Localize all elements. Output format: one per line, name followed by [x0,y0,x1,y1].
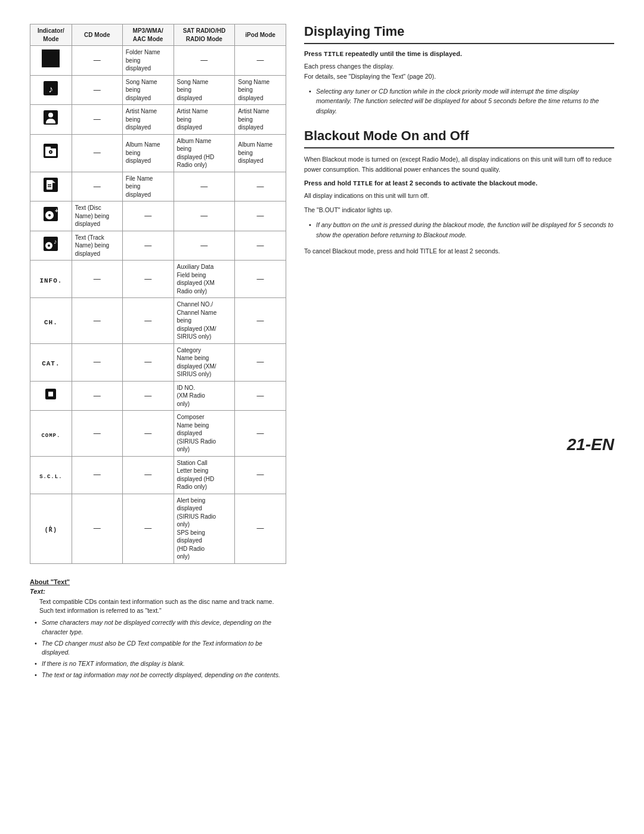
sat-cell: — [174,46,235,76]
icon-cell: (Ṙ) [30,494,72,563]
cd-cell: — [72,46,122,76]
ipod-cell: — [235,381,286,411]
svg-text:+: + [55,207,58,214]
icon-cell [30,172,72,201]
blackout-para2: The "B.OUT" indicator lights up. [304,205,614,215]
table-row: ♪ — Song Namebeingdisplayed Song Namebei… [30,75,286,105]
scl-label-icon: S.C.L. [39,474,62,480]
icon-cell [30,134,72,172]
mp3-cell: — [122,381,174,411]
ipod-cell: — [235,172,286,201]
list-item: Some characters may not be displayed cor… [35,618,286,637]
sat-cell: Channel NO./Channel Namebeingdisplayed (… [174,298,235,344]
indicator-table: Indicator/Mode CD Mode MP3/WMA/AAC Mode … [30,24,286,564]
about-text-bullets: Some characters may not be displayed cor… [35,618,286,680]
text-body: Text compatible CDs contain text informa… [39,597,286,616]
cd-cell: — [72,172,122,201]
sat-cell: Song Namebeingdisplayed [174,75,235,105]
mp3-cell: Artist Namebeingdisplayed [122,105,174,135]
mp3-cell: — [122,201,174,231]
cd-cell: — [72,494,122,563]
mp3-cell: — [122,231,174,261]
ipod-cell: — [235,456,286,494]
list-item: If there is no TEXT information, the dis… [35,659,286,669]
cd-cell: — [72,105,122,135]
ch-label-icon: CH. [44,319,58,326]
ipod-cell: Song Namebeingdisplayed [235,75,286,105]
cd-cell: — [72,411,122,457]
ipod-cell: — [235,343,286,381]
mp3-cell: — [122,494,174,563]
cd-cell: — [72,261,122,298]
ipod-cell: — [235,494,286,563]
antenna-label-icon: (Ṙ) [45,527,57,534]
mp3-cell: — [122,411,174,457]
list-item: The CD changer must also be CD Text comp… [35,639,286,658]
sat-cell: — [174,172,235,201]
displaying-time-instruction: Press TITLE repeatedly until the time is… [304,50,614,58]
mp3-cell: — [122,261,174,298]
disc-plus-icon: + [42,206,59,222]
title-word-blackout: TITLE [353,180,373,187]
icon-cell: CAT. [30,343,72,381]
sat-cell: — [174,231,235,261]
table-row: — Artist Namebeingdisplayed Artist Nameb… [30,105,286,135]
icon-cell: INFO. [30,261,72,298]
sat-cell: Album Namebeingdisplayed (HDRadio only) [174,134,235,172]
icon-cell: S.C.L. [30,456,72,494]
sat-cell: Artist Namebeingdisplayed [174,105,235,135]
table-row: — — ID NO.(XM Radioonly) — [30,381,286,411]
cd-cell: — [72,298,122,344]
mp3-cell: Folder Namebeingdisplayed [122,46,174,76]
svg-point-17 [48,214,51,216]
table-row: (Ṙ) — — Alert beingdisplayed(SIRIUS Radi… [30,494,286,563]
person-icon [42,109,59,126]
displaying-time-title: Displaying Time [304,24,614,44]
table-row: — Album Namebeingdisplayed Album Namebei… [30,134,286,172]
music-note-icon: ♪ [42,80,59,97]
about-text-section: About "Text" Text: Text compatible CDs c… [30,578,286,680]
cd-cell: — [72,381,122,411]
col-header-cd: CD Mode [72,24,122,46]
blackout-mode-section: Blackout Mode On and Off When Blackout m… [304,128,614,256]
sat-cell: Alert beingdisplayed(SIRIUS Radioonly)SP… [174,494,235,563]
col-header-mp3: MP3/WMA/AAC Mode [122,24,174,46]
cat-label-icon: CAT. [42,360,60,367]
icon-cell: ♪ [30,75,72,105]
table-row: INFO. — — Auxiliary DataField beingdispl… [30,261,286,298]
icon-cell [30,105,72,135]
displaying-time-para1: Each press changes the display. For deta… [304,61,614,82]
ipod-cell: — [235,298,286,344]
cd-cell: — [72,134,122,172]
displaying-time-section: Displaying Time Press TITLE repeatedly u… [304,24,614,116]
blackout-instruction: Press and hold TITLE for at least 2 seco… [304,179,614,187]
col-header-sat: SAT RADIO/HDRADIO Mode [174,24,235,46]
sat-cell: ComposerName beingdisplayed(SIRIUS Radio… [174,411,235,457]
displaying-time-bullet: Selecting any tuner or CD function while… [309,86,614,116]
sat-cell: Station CallLetter beingdisplayed (HDRad… [174,456,235,494]
ipod-cell: — [235,411,286,457]
mp3-cell: Album Namebeingdisplayed [122,134,174,172]
table-row: COMP. — — ComposerName beingdisplayed(SI… [30,411,286,457]
blackout-para1: All display indications on this unit wil… [304,191,614,201]
cd-cell: — [72,343,122,381]
table-row: S.C.L. — — Station CallLetter beingdispl… [30,456,286,494]
svg-point-21 [48,244,50,247]
blackout-bullet: If any button on the unit is pressed dur… [309,220,614,240]
mp3-cell: Song Namebeingdisplayed [122,75,174,105]
mp3-cell: — [122,298,174,344]
icon-cell: + [30,201,72,231]
sat-cell: ID NO.(XM Radioonly) [174,381,235,411]
album-icon [42,142,59,159]
title-word: TITLE [324,51,343,58]
icon-cell: CH. [30,298,72,344]
small-square-icon [44,387,58,401]
left-column: Indicator/Mode CD Mode MP3/WMA/AAC Mode … [30,24,286,682]
info-label-icon: INFO. [39,277,62,284]
svg-text:♪: ♪ [54,238,57,245]
cd-cell: — [72,456,122,494]
table-row: ♪ Text (TrackName) beingdisplayed — — — [30,231,286,261]
cd-cell: Text (TrackName) beingdisplayed [72,231,122,261]
svg-rect-25 [48,392,53,396]
mp3-cell: — [122,456,174,494]
